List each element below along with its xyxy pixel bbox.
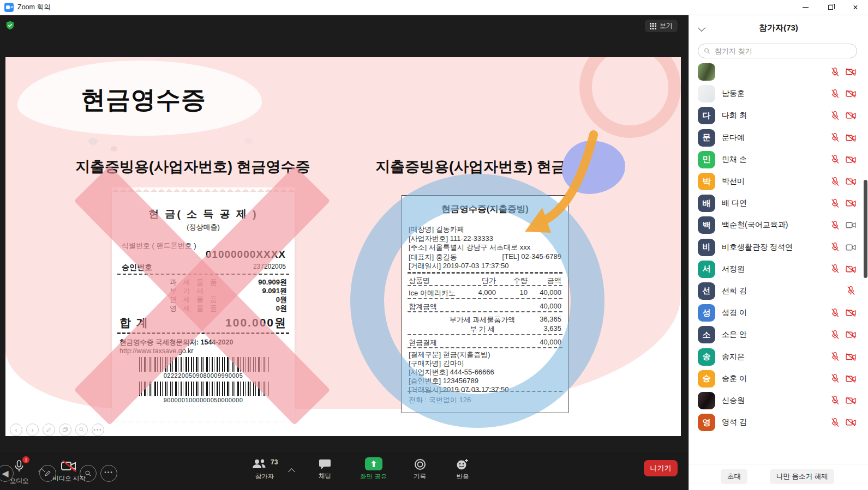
participants-options-chevron[interactable] [288,468,295,475]
participants-button[interactable]: 73 참가자 [252,458,277,481]
avatar-letter: 영 [703,418,711,428]
shared-slide: 현금영수증 지출증빙용(사업자번호) 현금영수증 지출증빙용(사업자번호) 현금… [5,57,681,436]
participant-row[interactable]: 비 비호생활관장 정석연 [689,237,868,258]
mic-muted-icon[interactable] [846,286,856,296]
participant-row[interactable]: 승 승훈 이 [689,368,868,390]
security-shield-icon[interactable] [5,21,15,30]
participant-row[interactable]: 민 민채 손 [689,149,868,171]
mic-muted-icon[interactable] [830,220,840,231]
avatar-letter: 승 [703,373,711,384]
participant-row[interactable] [689,61,868,83]
record-icon [414,458,426,470]
mic-muted-icon[interactable] [830,373,840,384]
mic-muted-icon[interactable] [830,418,840,428]
video-status-icon[interactable] [846,264,856,274]
video-status-icon[interactable] [846,330,856,340]
avatar-letter: 선 [703,286,711,296]
mic-muted-icon[interactable] [830,198,840,209]
participant-avatar: 성 [698,304,715,322]
participant-row[interactable]: 박 박선미 [689,171,868,192]
participant-row[interactable]: 영 영주 권 [689,433,868,434]
video-status-icon[interactable] [846,177,856,187]
invite-button[interactable]: 초대 [721,469,747,484]
participant-row[interactable]: 영 영석 김 [689,412,868,433]
participant-row[interactable]: 성 성경 이 [689,302,868,324]
mic-muted-icon[interactable] [830,89,840,99]
participants-panel: 참가자(73) [689,15,868,490]
zoom-button[interactable] [75,424,88,436]
participant-avatar: 송 [698,348,715,366]
avatar-letter: 배 [703,198,711,209]
mic-muted-icon[interactable] [830,352,840,362]
leave-meeting-button[interactable]: 나가기 [644,460,678,476]
participants-panel-title: 참가자(73) [689,15,868,41]
video-status-icon[interactable] [846,132,856,143]
next-slide-button[interactable]: › [26,424,39,436]
reactions-button[interactable]: 반응 [456,458,469,481]
mic-muted-icon[interactable] [830,111,840,121]
participant-row[interactable]: 신승원 [689,390,868,412]
title-bar: Zoom 회의 × [0,0,868,15]
maximize-button[interactable] [818,0,843,15]
video-status-icon[interactable] [846,242,856,252]
video-status-icon[interactable] [846,198,856,209]
participant-row[interactable]: 소 소은 안 [689,324,868,346]
mic-muted-icon[interactable] [830,330,840,340]
close-button[interactable]: × [843,0,868,15]
pen-button[interactable] [43,424,55,436]
participant-avatar: 민 [698,151,715,168]
participant-row[interactable]: 선 선희 김 [689,280,868,302]
view-button[interactable]: 보기 [645,20,678,32]
search-icon [704,47,710,55]
participant-row[interactable]: 다 다희 최 [689,105,868,126]
video-status-icon[interactable] [846,418,856,428]
prev-slide-button[interactable]: ‹ [10,424,22,436]
avatar-letter: 소 [703,330,711,340]
minimize-button[interactable] [793,0,818,15]
participant-name: 영석 김 [722,418,830,427]
share-screen-button[interactable]: 화면 공유 [360,457,387,481]
participant-row[interactable]: 백 백순철(국어교육과) [689,214,868,236]
participant-search[interactable] [698,44,857,58]
participant-name: 소은 안 [722,330,830,340]
record-button[interactable]: 기록 [414,458,426,481]
panel-scrollbar[interactable] [864,180,867,278]
video-status-icon[interactable] [846,373,856,384]
more-button[interactable]: ••• [92,424,104,436]
mic-muted-icon[interactable] [830,154,840,165]
annotation-zoom-button[interactable] [80,465,97,482]
search-input[interactable] [714,46,851,56]
chat-button[interactable]: 채팅 [319,458,331,480]
video-status-icon[interactable] [846,89,856,99]
mic-muted-icon[interactable] [830,242,840,252]
participant-row[interactable]: 서 서정원 [689,258,868,280]
participants-panel-footer: 초대 나만 음소거 해제 [689,464,868,490]
mic-muted-icon[interactable] [830,308,840,318]
video-status-icon[interactable] [846,220,856,231]
avatar-letter: 서 [703,264,711,274]
video-status-icon[interactable] [846,395,856,406]
annotation-more-button[interactable]: ••• [100,465,117,482]
unmute-self-button[interactable]: 나만 음소거 해제 [770,469,834,484]
mic-muted-icon[interactable] [830,264,840,274]
camera-off-icon [61,459,77,473]
slides-button[interactable] [59,424,71,436]
participant-row[interactable]: 문 문다예 [689,127,868,149]
barcode [139,382,269,396]
participants-icon [252,458,266,469]
mic-muted-icon[interactable] [830,177,840,187]
participant-row[interactable]: 송 송지은 [689,346,868,367]
participant-row[interactable]: 남동훈 [689,83,868,105]
mic-muted-icon[interactable] [830,67,840,77]
pen-icon [46,427,52,433]
mic-muted-icon[interactable] [830,132,840,143]
video-status-icon[interactable] [846,67,856,77]
video-status-icon[interactable] [846,308,856,318]
video-status-icon[interactable] [846,111,856,121]
video-status-icon[interactable] [846,352,856,362]
annotation-pen-button[interactable] [39,465,56,482]
participant-avatar [698,85,715,102]
video-status-icon[interactable] [846,154,856,165]
mic-muted-icon[interactable] [830,395,840,406]
participant-row[interactable]: 배 배 다연 [689,192,868,214]
